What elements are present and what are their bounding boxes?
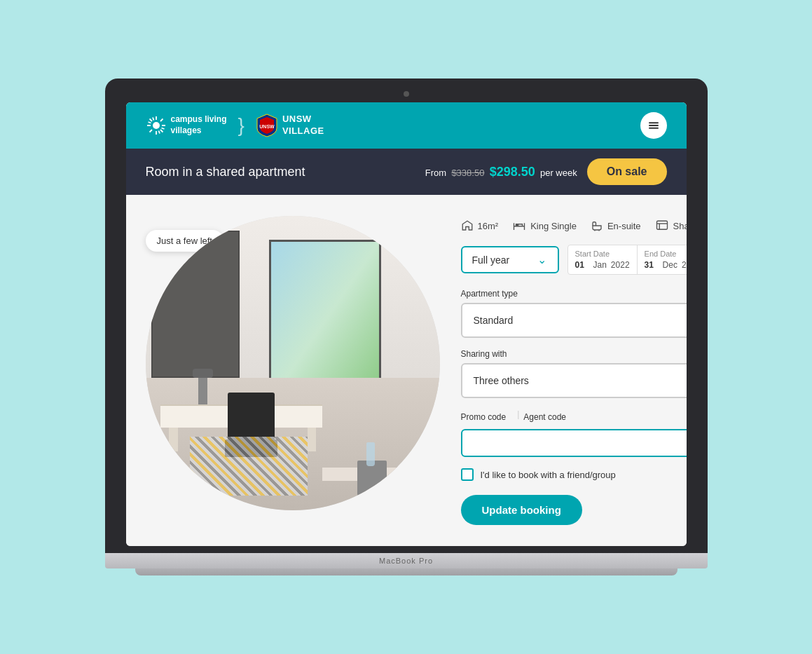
svg-rect-17 [516,224,519,226]
promo-code-tab[interactable]: Promo code [461,409,514,425]
friend-checkbox-row: I'd like to book with a friend/group [461,468,687,481]
sharing-group: Sharing with Three others ⌄ [461,349,687,398]
start-date-entry: Start Date 01 Jan 2022 [568,245,637,274]
end-year: 2022 [682,260,687,270]
screen-bezel: campus living villages } UNSW U [105,79,708,553]
ensuite-label: En-suite [607,221,641,231]
bath-icon [591,219,603,232]
house-icon [461,219,474,232]
end-month: Dec [663,260,677,270]
desk-leg-right [308,428,317,451]
amenity-shared: Shared [655,219,687,232]
start-day: 01 [575,260,589,270]
camera [404,91,409,97]
apartment-type-value: Standard [474,315,514,326]
from-label: From $338.50 $298.50 per week [425,165,577,179]
campus-living-logo: campus living villages [146,114,227,136]
room-image [146,216,440,510]
size-label: 16m² [478,221,499,231]
amenity-bed: King Single [512,219,577,232]
apartment-chevron-icon: ⌄ [685,313,687,328]
water-bottle [366,442,376,466]
period-dropdown[interactable]: Full year ⌄ [461,246,559,273]
laptop-container: campus living villages } UNSW U [105,79,708,575]
svg-text:UNSW: UNSW [259,124,275,129]
header-logos: campus living villages } UNSW U [146,113,324,138]
current-price: $298.50 [490,165,535,179]
main-content: Just a few left [126,195,687,546]
desk-leg-left [169,428,178,451]
lamp-shade [193,369,213,378]
start-year: 2022 [611,260,630,270]
booking-section: 16m² King Single [461,216,687,525]
room-scene [146,216,440,510]
campus-logo-icon [146,115,167,136]
amenity-size: 16m² [461,219,499,232]
per-week-label: per week [540,168,577,178]
date-row: Full year ⌄ Start Date 01 Jan 2022 [461,245,687,275]
laptop-foot [135,568,677,575]
room-panel [151,231,240,378]
apartment-type-select[interactable]: Standard ⌄ [461,303,687,338]
image-section: Just a few left [146,216,440,525]
end-day: 31 [645,260,659,270]
apartment-type-group: Apartment type Standard ⌄ [461,289,687,338]
promo-tabs: Promo code | Agent code [461,409,687,425]
sharing-select[interactable]: Three others ⌄ [461,363,687,398]
svg-line-5 [149,119,152,122]
price-bar: Room in a shared apartment From $338.50 … [126,149,687,195]
room-title: Room in a shared apartment [146,165,305,179]
sharing-value: Three others [474,375,529,386]
svg-point-0 [153,122,160,129]
room-window [269,240,381,402]
laptop-brand: MacBook Pro [379,557,433,565]
start-month: Jan [593,260,607,270]
sharing-label: Sharing with [461,349,687,359]
shared-icon [655,219,669,232]
site-header: campus living villages } UNSW U [126,102,687,149]
menu-button[interactable] [640,112,667,139]
update-booking-button[interactable]: Update booking [461,495,582,525]
apartment-type-label: Apartment type [461,289,687,299]
on-sale-button[interactable]: On sale [587,158,667,185]
unsw-village-text: UNSW VILLAGE [282,114,324,137]
end-date-entry: End Date 31 Dec 2022 [638,245,687,274]
bed-icon [512,219,526,232]
start-date-values: 01 Jan 2022 [575,260,630,270]
promo-tab-divider: | [517,409,519,425]
floor-rug [190,437,308,496]
promo-input[interactable] [461,429,687,457]
desk-lamp [198,375,207,404]
sharing-chevron-icon: ⌄ [685,373,687,388]
svg-line-6 [160,130,163,132]
end-date-label: End Date [645,250,687,258]
period-label: Full year [472,254,510,266]
period-chevron-icon: ⌄ [537,253,546,266]
brace-divider-1: } [238,114,245,137]
dates-block: Start Date 01 Jan 2022 End Date [567,245,687,275]
svg-line-11 [153,118,154,121]
shared-label: Shared [673,221,687,231]
svg-line-8 [149,130,152,132]
start-date-label: Start Date [575,250,630,258]
bed-label: King Single [530,221,577,231]
friend-label: I'd like to book with a friend/group [481,470,616,480]
unsw-logo: UNSW UNSW VILLAGE [256,113,324,138]
svg-line-12 [158,131,160,134]
amenities-row: 16m² King Single [461,219,687,232]
laptop-base: MacBook Pro [105,553,708,568]
promo-group: Promo code | Agent code [461,409,687,468]
hamburger-icon [647,119,660,132]
unsw-shield-icon: UNSW [256,113,278,138]
amenity-ensuite: En-suite [591,219,641,232]
svg-rect-20 [656,221,667,229]
svg-line-7 [160,119,163,122]
campus-living-text: campus living villages [171,114,227,136]
agent-code-tab[interactable]: Agent code [523,409,573,425]
price-info: From $338.50 $298.50 per week On sale [425,158,667,185]
original-price: $338.50 [451,168,484,178]
svg-line-10 [161,128,164,130]
laptop-screen: campus living villages } UNSW U [126,102,687,546]
end-date-values: 31 Dec 2022 [645,260,687,270]
friend-checkbox[interactable] [461,468,474,481]
